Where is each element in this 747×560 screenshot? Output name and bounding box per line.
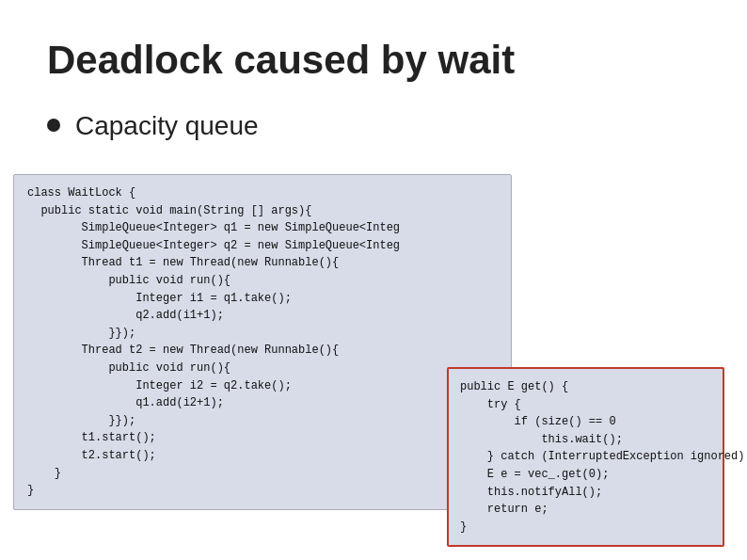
code-line: class WaitLock { bbox=[27, 184, 498, 202]
overlay-line: E e = vec_.get(0); bbox=[460, 466, 711, 484]
bullet-text-1: Capacity queue bbox=[75, 111, 259, 141]
code-line: Thread t2 = new Thread(new Runnable(){ bbox=[27, 342, 498, 360]
code-line: q1.add(i2+1); bbox=[27, 394, 498, 412]
overlay-line: } catch (InterruptedException ignored) {… bbox=[460, 448, 711, 466]
page-title: Deadlock caused by wait bbox=[47, 38, 700, 83]
overlay-line: } bbox=[460, 519, 711, 536]
code-line: }}); bbox=[27, 325, 498, 343]
code-line: public static void main(String [] args){ bbox=[27, 202, 498, 220]
code-line: t2.start(); bbox=[27, 447, 498, 465]
code-line: SimpleQueue<Integer> q1 = new SimpleQueu… bbox=[27, 219, 498, 237]
overlay-line: return e; bbox=[460, 501, 711, 519]
overlay-line: public E get() { bbox=[460, 378, 711, 396]
overlay-line: if (size() == 0 bbox=[460, 413, 711, 431]
code-line: SimpleQueue<Integer> q2 = new SimpleQueu… bbox=[27, 237, 498, 255]
code-line: } bbox=[27, 482, 498, 500]
code-line: public void run(){ bbox=[27, 360, 498, 377]
code-line: Integer i2 = q2.take(); bbox=[27, 377, 498, 395]
overlay-line: try { bbox=[460, 396, 711, 414]
overlay-line: this.wait(); bbox=[460, 431, 711, 449]
code-line: t1.start(); bbox=[27, 429, 498, 447]
code-line: }}); bbox=[27, 412, 498, 430]
code-line: q2.add(i1+1); bbox=[27, 307, 498, 325]
code-line: Thread t1 = new Thread(new Runnable(){ bbox=[27, 254, 498, 272]
code-line: public void run(){ bbox=[27, 272, 498, 290]
bullet-dot bbox=[47, 119, 60, 132]
page: Deadlock caused by wait Capacity queue c… bbox=[0, 0, 747, 560]
overlay-code-block: public E get() { try { if (size() == 0 t… bbox=[447, 367, 724, 547]
main-code-block: class WaitLock { public static void main… bbox=[13, 174, 512, 510]
bullet-item-1: Capacity queue bbox=[47, 111, 700, 141]
code-line: } bbox=[27, 465, 498, 483]
overlay-line: this.notifyAll(); bbox=[460, 484, 711, 502]
code-line: Integer i1 = q1.take(); bbox=[27, 290, 498, 308]
